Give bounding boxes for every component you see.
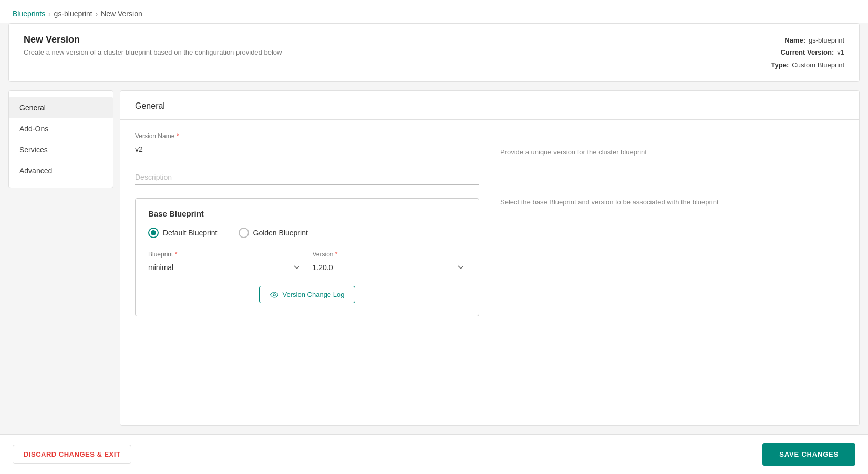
breadcrumb-gs-blueprint: gs-blueprint (54, 9, 92, 18)
sidebar-item-advanced[interactable]: Advanced (9, 160, 113, 181)
blueprint-dropdown-field: Blueprint * minimal standard full (148, 251, 302, 275)
version-change-log-button[interactable]: Version Change Log (259, 286, 356, 303)
save-button[interactable]: SAVE CHANGES (762, 443, 855, 466)
meta-type-value: Custom Blueprint (792, 59, 844, 71)
version-name-hint: Provide a unique version for the cluster… (500, 132, 844, 157)
version-dropdown-label: Version * (313, 251, 467, 258)
radio-default-blueprint[interactable]: Default Blueprint (148, 228, 218, 238)
sidebar-item-general[interactable]: General (9, 97, 113, 118)
meta-name-value: gs-blueprint (809, 34, 844, 46)
version-change-log-container: Version Change Log (148, 286, 466, 303)
radio-golden-blueprint[interactable]: Golden Blueprint (239, 228, 308, 238)
page-title: New Version (24, 34, 282, 45)
version-dropdown-field: Version * 1.20.0 1.19.0 1.18.0 (313, 251, 467, 275)
header-card: New Version Create a new version of a cl… (8, 23, 860, 82)
radio-golden-label: Golden Blueprint (253, 229, 308, 237)
dropdown-row: Blueprint * minimal standard full (148, 251, 466, 275)
base-blueprint-card: Base Blueprint Default Blueprint Golden … (135, 198, 479, 316)
form-section-title: General (120, 91, 859, 120)
radio-default-label: Default Blueprint (163, 229, 218, 237)
breadcrumb: Blueprints › gs-blueprint › New Version (0, 0, 868, 23)
radio-golden-circle (239, 228, 249, 238)
version-name-input[interactable] (135, 142, 479, 157)
base-blueprint-title: Base Blueprint (148, 209, 466, 218)
description-group (135, 170, 479, 186)
blueprint-dropdown-label: Blueprint * (148, 251, 302, 258)
blueprint-select[interactable]: minimal standard full (148, 260, 302, 275)
description-hint (500, 170, 844, 186)
meta-version-value: v1 (837, 46, 844, 58)
main-content: General Add-Ons Services Advanced Genera… (8, 90, 860, 426)
meta-version-label: Current Version: (780, 46, 834, 58)
meta-type-row: Type: Custom Blueprint (771, 59, 844, 71)
discard-button[interactable]: DISCARD CHANGES & EXIT (13, 445, 131, 464)
breadcrumb-blueprints-link[interactable]: Blueprints (13, 9, 45, 18)
radio-group: Default Blueprint Golden Blueprint (148, 228, 466, 238)
header-meta: Name: gs-blueprint Current Version: v1 T… (771, 34, 844, 71)
sidebar-item-services[interactable]: Services (9, 139, 113, 160)
description-field (135, 170, 479, 185)
footer: DISCARD CHANGES & EXIT SAVE CHANGES (0, 434, 868, 474)
eye-icon (270, 292, 278, 298)
version-name-label: Version Name * (135, 132, 479, 140)
meta-name-row: Name: gs-blueprint (771, 34, 844, 46)
blueprint-hint: Select the base Blueprint and version to… (500, 198, 844, 206)
description-row (135, 170, 844, 186)
version-select[interactable]: 1.20.0 1.19.0 1.18.0 (313, 260, 467, 275)
form-panel: General Version Name * Provide a unique … (120, 90, 860, 426)
breadcrumb-sep-2: › (96, 10, 98, 18)
header-left: New Version Create a new version of a cl… (24, 34, 282, 56)
form-body: Version Name * Provide a unique version … (120, 120, 859, 329)
description-input[interactable] (135, 170, 479, 185)
meta-name-label: Name: (784, 34, 805, 46)
meta-type-label: Type: (771, 59, 789, 71)
sidebar-item-addons[interactable]: Add-Ons (9, 118, 113, 139)
svg-point-0 (273, 293, 275, 295)
breadcrumb-new-version: New Version (101, 9, 142, 18)
page-description: Create a new version of a cluster bluepr… (24, 48, 282, 56)
radio-default-circle (148, 228, 159, 238)
version-name-group: Version Name * (135, 132, 479, 157)
version-name-field: Version Name * (135, 132, 479, 157)
version-name-row: Version Name * Provide a unique version … (135, 132, 844, 157)
meta-version-row: Current Version: v1 (771, 46, 844, 58)
version-change-log-label: Version Change Log (283, 291, 345, 298)
sidebar: General Add-Ons Services Advanced (8, 90, 113, 188)
blueprint-section-row: Base Blueprint Default Blueprint Golden … (135, 198, 844, 316)
blueprint-card-wrapper: Base Blueprint Default Blueprint Golden … (135, 198, 479, 316)
breadcrumb-sep-1: › (48, 10, 50, 18)
